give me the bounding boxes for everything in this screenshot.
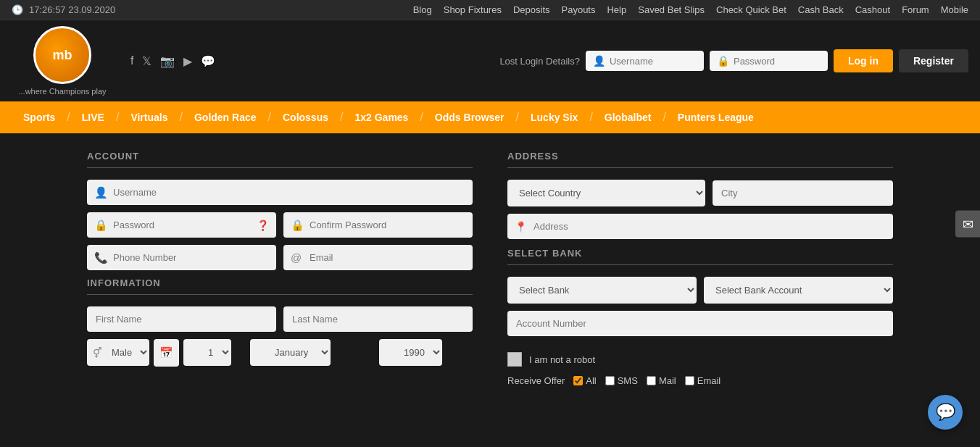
username-input[interactable] [610, 56, 697, 67]
receive-offer-label: Receive Offer [507, 375, 565, 386]
cashout-link[interactable]: Cashout [855, 4, 890, 15]
address-section-title: ADDRESS [507, 151, 893, 168]
form-area: ACCOUNT 👤 🔒 ❓ 🔒 📞 @ [0, 133, 980, 404]
offer-email-checkbox[interactable] [685, 376, 694, 385]
bank-account-select[interactable]: Select Bank Account [704, 277, 893, 304]
offer-email-label: Email [697, 375, 721, 386]
address-field[interactable] [507, 214, 893, 239]
username-field[interactable] [87, 180, 473, 205]
clock-icon: 🕒 [12, 4, 23, 15]
year-select[interactable]: 199019911992 [379, 339, 442, 366]
top-bar: 🕒 17:26:57 23.09.2020 Blog Shop Fixtures… [0, 0, 980, 20]
login-button[interactable]: Log in [834, 49, 893, 72]
month-select[interactable]: JanuaryFebruaryMarch AprilMayJune [250, 339, 331, 366]
phone-email-row: 📞 @ [87, 245, 473, 270]
user-icon: 👤 [593, 55, 605, 67]
phone-field-wrap: 📞 [87, 245, 276, 270]
offer-sms-checkbox[interactable] [605, 376, 615, 385]
username-field-wrap: 👤 [87, 180, 473, 205]
instagram-icon[interactable]: 📷 [160, 54, 175, 68]
calendar-icon: 📅 [154, 339, 179, 367]
receive-offer-row: Receive Offer All SMS Mail Email [507, 375, 893, 386]
logo: mb [33, 26, 91, 84]
bank-select[interactable]: Select Bank [507, 277, 697, 304]
register-button[interactable]: Register [899, 49, 968, 72]
password-field[interactable] [87, 212, 276, 238]
password-wrapper: 🔒 [710, 51, 828, 71]
robot-checkbox[interactable] [507, 352, 522, 367]
offer-all-option[interactable]: All [573, 375, 596, 386]
nav-punters-league[interactable]: Punters League [666, 101, 765, 133]
select-bank-section-title: SELECT BANK [507, 248, 893, 265]
facebook-icon[interactable]: f [130, 54, 133, 67]
city-field-wrap [713, 180, 893, 206]
left-column: ACCOUNT 👤 🔒 ❓ 🔒 📞 @ [87, 151, 473, 386]
user-field-icon: 👤 [94, 186, 108, 199]
offer-sms-label: SMS [618, 375, 638, 386]
nav-odds-browser[interactable]: Odds Browser [423, 101, 516, 133]
password-field-wrap: 🔒 ❓ [87, 212, 276, 238]
offer-all-label: All [586, 375, 596, 386]
offer-sms-option[interactable]: SMS [605, 375, 638, 386]
offer-mail-checkbox[interactable] [647, 376, 656, 385]
help-link[interactable]: Help [607, 4, 626, 15]
email-side-button[interactable]: ✉ [955, 210, 980, 237]
country-city-row: Select Country [507, 180, 893, 206]
nav-live[interactable]: LIVE [70, 101, 116, 133]
account-number-field[interactable] [507, 311, 893, 336]
last-name-field[interactable] [283, 306, 473, 332]
day-select[interactable]: 12345 [183, 339, 231, 366]
top-nav: Blog Shop Fixtures Deposits Payouts Help… [413, 4, 968, 15]
email-field[interactable] [283, 245, 473, 270]
phone-field[interactable] [87, 245, 276, 270]
first-name-field[interactable] [87, 306, 276, 332]
youtube-icon[interactable]: ▶ [183, 54, 192, 68]
blog-link[interactable]: Blog [413, 4, 432, 15]
header-password-input[interactable] [734, 56, 821, 67]
confirm-password-field[interactable] [283, 212, 473, 238]
calendar-icon-wrap: 📅 [154, 339, 179, 367]
saved-bet-slips-link[interactable]: Saved Bet Slips [638, 4, 705, 15]
last-name-field-wrap [283, 306, 473, 332]
bank-row: Select Bank Select Bank Account [507, 277, 893, 304]
nav-virtuals[interactable]: Virtuals [119, 101, 179, 133]
robot-check: I am not a robot [507, 352, 893, 367]
email-field-wrap: @ [283, 245, 473, 270]
social-icons: f 𝕏 📷 ▶ 💬 [130, 54, 215, 68]
year-wrap: 199019911992 [379, 339, 473, 367]
gender-icon: ⚥ [93, 347, 102, 359]
deposits-link[interactable]: Deposits [513, 4, 550, 15]
city-field[interactable] [713, 180, 893, 206]
forum-link[interactable]: Forum [902, 4, 929, 15]
cash-back-link[interactable]: Cash Back [798, 4, 844, 15]
password-help-icon[interactable]: ❓ [257, 220, 269, 231]
payouts-link[interactable]: Payouts [562, 4, 596, 15]
shop-fixtures-link[interactable]: Shop Fixtures [444, 4, 502, 15]
first-name-field-wrap [87, 306, 276, 332]
nav-sports[interactable]: Sports [12, 101, 67, 133]
whatsapp-icon[interactable]: 💬 [201, 54, 215, 68]
offer-all-checkbox[interactable] [573, 376, 583, 385]
address-wrap: 📍 [507, 214, 893, 239]
logo-text: mb [53, 48, 72, 63]
nav-bar: Sports / LIVE / Virtuals / Golden Race /… [0, 101, 980, 133]
logo-tagline: ...where Champions play [18, 87, 106, 96]
mobile-link[interactable]: Mobile [941, 4, 968, 15]
password-row: 🔒 ❓ 🔒 [87, 212, 473, 238]
nav-colossus[interactable]: Colossus [271, 101, 340, 133]
twitter-icon[interactable]: 𝕏 [142, 54, 151, 68]
check-quick-bet-link[interactable]: Check Quick Bet [716, 4, 786, 15]
nav-1x2[interactable]: 1x2 Games [343, 101, 420, 133]
auth-area: Lost Login Details? 👤 🔒 Log in Register [499, 49, 968, 72]
information-section-title: INFORMATION [87, 277, 473, 295]
offer-email-option[interactable]: Email [685, 375, 721, 386]
name-row [87, 306, 473, 332]
nav-globalbet[interactable]: Globalbet [593, 101, 663, 133]
nav-golden-race[interactable]: Golden Race [183, 101, 268, 133]
offer-mail-option[interactable]: Mail [647, 375, 676, 386]
lock-icon: 🔒 [717, 55, 729, 67]
country-select[interactable]: Select Country [507, 180, 705, 206]
nav-lucky-six[interactable]: Lucky Six [519, 101, 589, 133]
datetime-area: 🕒 17:26:57 23.09.2020 [12, 4, 115, 15]
logo-area: mb ...where Champions play [12, 26, 113, 96]
